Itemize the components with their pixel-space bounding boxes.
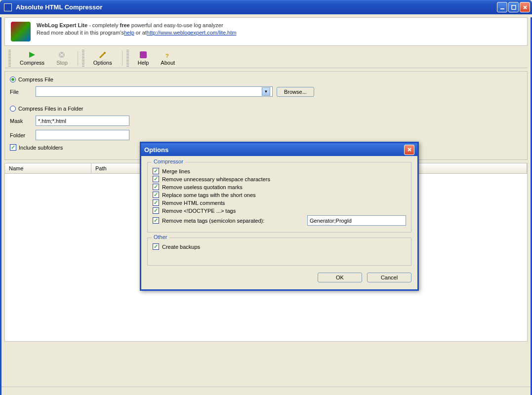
cancel-button[interactable]: Cancel [367,273,411,282]
banner-product: WebLog Expert Lite [37,22,87,28]
question-icon: ? [163,51,173,59]
toolbar-grip [8,50,11,67]
file-combo[interactable]: ▼ [36,86,273,97]
toolbar-grip [126,50,129,67]
svg-rect-0 [500,8,504,9]
compressor-legend: Compressor [152,158,185,164]
mask-label: Mask [10,118,32,124]
weblog-url-link[interactable]: http://www.weblogexpert.com/lite.htm [147,30,237,36]
maximize-button[interactable] [508,2,519,12]
stop-button: Stop [50,50,74,67]
options-dialog: Options Compressor Merge lines Remove un… [140,142,419,291]
help-link[interactable]: help [124,30,134,36]
meta-tags-input[interactable] [307,215,406,226]
remove-quotation-checkbox[interactable]: Remove useless quotation marks [153,184,406,190]
compress-file-radio[interactable]: Compress File [10,77,522,82]
svg-rect-1 [512,5,516,9]
remove-doctype-checkbox[interactable]: Remove <!DOCTYPE ...> tags [153,207,406,214]
browse-button[interactable]: Browse... [277,87,314,97]
app-icon [4,3,12,11]
remove-meta-checkbox[interactable]: Remove meta tags (semicolon separated): [153,217,264,224]
merge-lines-checkbox[interactable]: Merge lines [153,168,406,174]
chevron-down-icon[interactable]: ▼ [262,87,270,96]
dialog-title: Options [144,146,404,154]
folder-input[interactable] [36,130,129,140]
close-button[interactable] [520,2,530,12]
help-button[interactable]: Help [132,50,155,67]
folder-label: Folder [10,132,32,138]
window-titlebar: Absolute HTML Compressor [0,0,532,14]
remove-comments-checkbox[interactable]: Remove HTML comments [153,199,406,206]
play-icon [27,51,37,59]
wrench-icon [98,51,108,59]
file-label: File [10,89,32,95]
toolbar: Compress Stop Options Help ? About [4,49,528,68]
toolbar-grip [82,50,84,67]
ok-button[interactable]: OK [318,273,362,282]
promo-banner: WebLog Expert Lite - completely free pow… [4,17,528,46]
compress-button[interactable]: Compress [14,50,50,67]
compressor-fieldset: Compressor Merge lines Remove unnecessar… [147,162,411,233]
svg-marker-2 [29,52,35,58]
stop-icon [57,51,67,59]
book-icon [138,51,148,59]
dialog-titlebar: Options [141,143,417,156]
mask-input[interactable] [36,116,129,126]
other-fieldset: Other Create backups [147,237,411,266]
dialog-close-button[interactable] [404,145,414,155]
banner-icon [11,22,31,41]
window-title: Absolute HTML Compressor [16,3,497,11]
options-button[interactable]: Options [87,50,118,67]
svg-point-4 [104,52,106,54]
svg-text:?: ? [165,53,169,59]
other-legend: Other [152,234,169,240]
about-button[interactable]: ? About [155,50,181,67]
minimize-button[interactable] [497,2,507,12]
status-bar [1,387,531,395]
replace-tags-checkbox[interactable]: Replace some tags with the short ones [153,192,406,198]
compress-folder-radio[interactable]: Compress Files in a Folder [10,106,522,112]
column-name[interactable]: Name [5,163,91,173]
create-backups-checkbox[interactable]: Create backups [153,243,406,250]
remove-whitespace-checkbox[interactable]: Remove unnecessary whitespace characters [153,176,406,182]
